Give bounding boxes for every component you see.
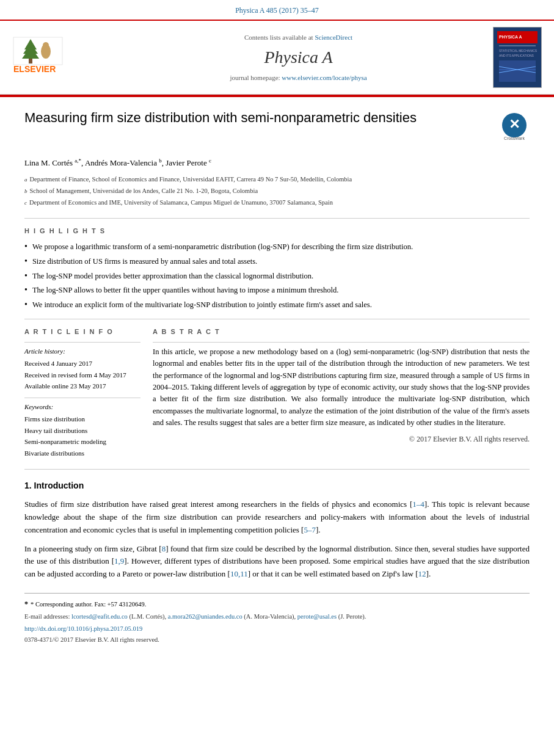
bullet-1: • [24,241,27,253]
article-title-area: Measuring firm size distribution with se… [24,109,530,148]
keywords-section: Keywords: Firms size distribution Heavy … [24,402,140,459]
bullet-4: • [24,284,27,296]
copyright: © 2017 Elsevier B.V. All rights reserved… [153,434,530,445]
aff-super-c: c [24,198,27,207]
article-info-divider [24,342,140,343]
emails-label: E-mail addresses: [24,613,70,620]
journal-center-info: Contents lists available at ScienceDirec… [104,32,493,83]
keyword-2: Heavy tail distributions [24,426,140,436]
bullet-2: • [24,255,27,267]
svg-rect-14 [499,60,536,82]
footer-emails: E-mail addresses: lcortesd@eafit.edu.co … [24,612,530,622]
article-info-abstract: A R T I C L E I N F O Article history: R… [24,327,530,459]
doi-link[interactable]: http://dx.doi.org/10.1016/j.physa.2017.0… [24,624,530,634]
received-date: Received 4 January 2017 [24,358,140,369]
affiliations: a Department of Finance, School of Econo… [24,175,530,208]
email-mora[interactable]: a.mora262@uniandes.edu.co [168,613,242,620]
aff-super-b: b [24,187,27,195]
email-name-perote: (J. Perote) [338,613,365,620]
svg-text:ELSEVIER: ELSEVIER [13,64,56,74]
section-num: 1. [24,481,32,490]
crossmark-svg: ✕ CrossMark [500,112,529,144]
cover-svg: PHYSICA A STATISTICAL MECHANICS AND ITS … [496,30,539,85]
author-mora: Andrés Mora-Valencia b, [85,158,166,167]
highlight-item-2: • Size distribution of US firms is measu… [24,255,530,267]
received-revised-date: Received in revised form 4 May 2017 [24,370,140,380]
highlight-item-3: • The log-SNP model provides better appr… [24,270,530,282]
keywords-label: Keywords: [24,402,140,412]
highlight-text-5: We introduce an explicit form of the mul… [32,300,372,311]
abstract-header: A B S T R A C T [153,327,530,337]
journal-homepage: journal homepage: www.elsevier.com/locat… [104,73,493,83]
ref-8[interactable]: 8 [162,544,166,553]
page: Physica A 485 (2017) 35–47 ELSEVIER [0,0,554,756]
article-info-header: A R T I C L E I N F O [24,327,140,337]
corresponding-text: * Corresponding author. Fax: +57 4312064… [31,600,146,609]
journal-citation: Physica A 485 (2017) 35–47 [235,6,319,15]
aff-text-b: School of Management, Universidad de los… [30,186,258,197]
footer-area: * * Corresponding author. Fax: +57 43120… [24,593,530,644]
ref-1-4[interactable]: 1–4 [412,500,425,509]
email-perote[interactable]: perote@usal.es [297,613,337,620]
abstract-col: A B S T R A C T In this article, we prop… [153,327,530,459]
affiliation-b: b School of Management, Universidad de l… [24,186,530,197]
journal-citation-bar: Physica A 485 (2017) 35–47 [0,0,554,20]
abstract-text: In this article, we propose a new method… [153,346,530,429]
aff-text-a: Department of Finance, School of Economi… [30,175,352,185]
bullet-5: • [24,299,27,311]
email-name-mora: (A. Mora-Valencia) [244,613,294,620]
main-content: Measuring firm size distribution with se… [0,97,554,656]
highlight-text-4: The log-SNP allows to better fit the upp… [32,285,339,296]
aff-text-c: Department of Economics and IME, Univers… [29,198,333,208]
keyword-1: Firms size distribution [24,414,140,424]
svg-text:CrossMark: CrossMark [504,136,525,140]
corresponding-note: * * Corresponding author. Fax: +57 43120… [24,598,530,609]
footnote-star: * [24,598,28,609]
svg-text:AND ITS APPLICATIONS: AND ITS APPLICATIONS [499,54,534,57]
ref-10-11[interactable]: 10,11 [230,569,248,578]
affiliation-a: a Department of Finance, School of Econo… [24,175,530,185]
highlights-list: • We propose a logarithmic transform of … [24,241,530,310]
divider-3 [24,469,530,470]
svg-text:✕: ✕ [509,117,520,132]
footer-issn: 0378-4371/© 2017 Elsevier B.V. All right… [24,635,530,645]
ref-1-9[interactable]: 1,9 [114,556,124,565]
ref-12[interactable]: 12 [418,569,426,578]
author-perote: Javier Perote c [166,158,211,167]
homepage-link[interactable]: www.elsevier.com/locate/physa [282,74,366,81]
email-name-cortes: (L.M. Cortés) [129,613,165,620]
email-cortes[interactable]: lcortesd@eafit.edu.co [71,613,128,620]
highlight-text-3: The log-SNP model provides better approx… [32,271,313,282]
sciencedirect-link[interactable]: ScienceDirect [315,34,352,41]
ref-5-7[interactable]: 5–7 [304,525,316,534]
svg-text:STATISTICAL MECHANICS: STATISTICAL MECHANICS [499,49,538,53]
highlight-item-5: • We introduce an explicit form of the m… [24,299,530,311]
available-online-date: Available online 23 May 2017 [24,381,140,391]
highlights-header: H I G H L I G H T S [24,226,530,236]
highlight-text-2: Size distribution of US firms is measure… [32,256,257,267]
elsevier-logo-svg: ELSEVIER [12,34,86,77]
keywords-divider [24,398,140,398]
article-info-col: A R T I C L E I N F O Article history: R… [24,327,140,459]
elsevier-logo-area: ELSEVIER [12,34,92,81]
contents-line: Contents lists available at ScienceDirec… [104,32,493,43]
intro-para-1: Studies of firm size distribution have r… [24,498,530,536]
section-title-text: Introduction [34,481,84,490]
svg-text:PHYSICA A: PHYSICA A [499,35,522,39]
authors-line: Lina M. Cortés a,*, Andrés Mora-Valencia… [24,157,530,169]
svg-rect-4 [29,59,32,64]
svg-rect-0 [13,37,62,65]
abstract-paragraph: In this article, we propose a new method… [153,346,530,429]
journal-title: Physica A [104,45,493,70]
affiliation-c: c Department of Economics and IME, Unive… [24,198,530,208]
crossmark-badge[interactable]: ✕ CrossMark [499,112,530,148]
article-history: Article history: Received 4 January 2017… [24,346,140,391]
intro-para-2: In a pioneering study on firm size, Gibr… [24,543,530,581]
aff-super-a: a [24,175,27,184]
highlight-text-1: We propose a logarithmic transform of a … [32,242,413,253]
svg-point-6 [43,42,49,48]
highlight-item-4: • The log-SNP allows to better fit the u… [24,284,530,296]
introduction-section-title: 1. Introduction [24,479,530,492]
article-title-text: Measuring firm size distribution with se… [24,109,499,127]
svg-rect-11 [499,45,536,46]
